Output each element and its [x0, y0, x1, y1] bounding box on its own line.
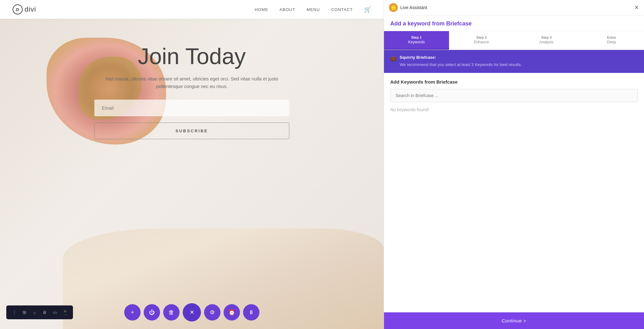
power-button[interactable]: ⏻ [144, 304, 160, 321]
toolbar-mobile-icon[interactable]: 📱 [60, 308, 69, 317]
nav-about[interactable]: ABOUT [280, 7, 295, 12]
search-wrapper [390, 89, 638, 102]
hero-title: Join Today [138, 44, 246, 69]
panel-header: 🌟 Live Assistant ✕ [384, 0, 644, 15]
briefcase-search-input[interactable] [390, 89, 638, 102]
nav-contact[interactable]: CONTACT [331, 7, 353, 12]
panel-title: Live Assistant [400, 5, 427, 10]
add-keyword-heading: Add a keyword from Briefcase [384, 15, 644, 31]
no-keywords-text: No keywords found! [390, 106, 638, 113]
logo-icon: D [13, 4, 23, 14]
close-button[interactable]: ✕ [183, 303, 201, 321]
tab-analysis[interactable]: Step 3 Analysis [514, 31, 579, 50]
add-keywords-section: Add Keywords from Briefcase No keywords … [384, 73, 644, 313]
navbar: D divi HOME ABOUT MENU CONTACT 🛒 [0, 0, 384, 19]
toolbar-desktop-icon[interactable]: 🖥 [40, 308, 49, 317]
toolbar-tablet-icon[interactable]: ▭ [50, 308, 59, 317]
nav-menu[interactable]: MENU [307, 7, 320, 12]
add-button[interactable]: + [124, 304, 141, 321]
email-input[interactable] [94, 100, 289, 116]
assistant-avatar: 🌟 [389, 3, 398, 12]
logo: D divi [13, 4, 36, 14]
info-box-text: We recommend that you select at least 3 … [400, 62, 522, 68]
info-box-title: Squirrly Briefcase: [400, 55, 522, 60]
hero-subtitle: Nisl massa, ultrices vitae ornare sit am… [101, 75, 283, 90]
continue-button[interactable]: Continue > [384, 312, 644, 329]
toolbar-left: ⋮ ⊞ ⌕ 🖥 ▭ 📱 [6, 305, 73, 319]
panel-header-left: 🌟 Live Assistant [389, 3, 427, 12]
cart-icon[interactable]: 🛒 [364, 6, 371, 13]
website-area: D divi HOME ABOUT MENU CONTACT 🛒 Join To… [0, 0, 384, 329]
briefcase-icon: 💼 [390, 55, 397, 68]
toolbar-dots-icon[interactable]: ⋮ [10, 308, 19, 317]
toolbar-grid-icon[interactable]: ⊞ [20, 308, 29, 317]
panel-close-button[interactable]: ✕ [634, 4, 639, 11]
tab-enhance[interactable]: Step 2 Enhance [449, 31, 514, 50]
bottom-toolbar: ⋮ ⊞ ⌕ 🖥 ▭ 📱 + ⏻ 🗑 ✕ ⚙ ⏰ ⏸ [0, 303, 384, 321]
history-button[interactable]: ⏰ [224, 304, 240, 321]
settings-button[interactable]: ⚙ [204, 304, 220, 321]
delete-button[interactable]: 🗑 [163, 304, 180, 321]
logo-text: divi [25, 5, 36, 14]
side-panel: 🌟 Live Assistant ✕ Add a keyword from Br… [384, 0, 644, 329]
add-keywords-title: Add Keywords from Briefcase [390, 79, 638, 85]
info-box-content: Squirrly Briefcase: We recommend that yo… [400, 55, 522, 68]
toolbar-search-icon[interactable]: ⌕ [30, 308, 39, 317]
subscribe-button[interactable]: SUBSCRIBE [94, 123, 289, 139]
layout-button[interactable]: ⏸ [243, 304, 259, 321]
tab-keywords[interactable]: Step 1 Keywords [384, 31, 449, 50]
hero-section: Join Today Nisl massa, ultrices vitae or… [0, 19, 384, 329]
nav-links: HOME ABOUT MENU CONTACT 🛒 [255, 6, 371, 13]
info-box: 💼 Squirrly Briefcase: We recommend that … [384, 50, 644, 73]
step-tabs: Step 1 Keywords Step 2 Enhance Step 3 An… [384, 31, 644, 50]
tab-deep[interactable]: Extra Deep [579, 31, 644, 50]
toolbar-center: + ⏻ 🗑 ✕ ⚙ ⏰ ⏸ [124, 303, 259, 321]
hero-content: Join Today Nisl massa, ultrices vitae or… [82, 44, 302, 139]
nav-home[interactable]: HOME [255, 7, 268, 12]
